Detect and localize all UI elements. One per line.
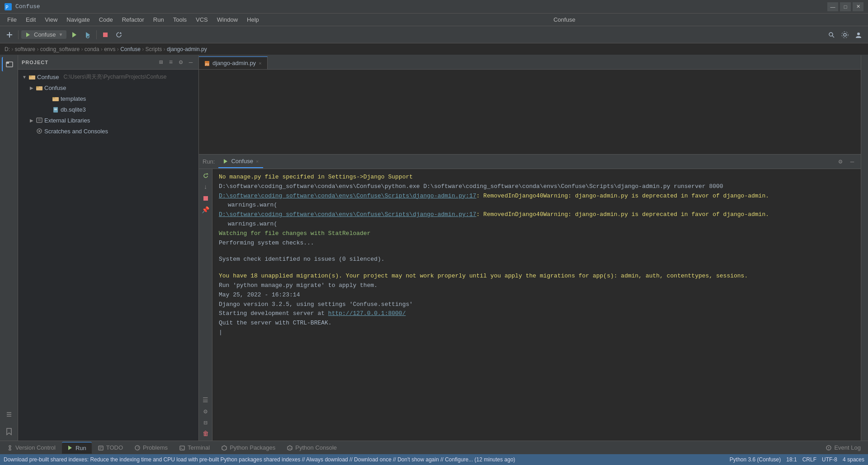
rerun-button[interactable] bbox=[113, 29, 125, 41]
stop-button[interactable] bbox=[99, 29, 111, 41]
tree-arrow-root: ▼ bbox=[22, 74, 27, 80]
output-link-1[interactable]: D:\software\coding_software\conda\envs\C… bbox=[219, 193, 476, 199]
tree-folder-confuse[interactable]: ▶ Confuse bbox=[18, 82, 198, 93]
run-trash-btn[interactable]: 🗑 bbox=[201, 429, 211, 439]
toolbar-add-config-btn[interactable] bbox=[4, 29, 15, 41]
run-tab-icon2 bbox=[67, 445, 73, 451]
run-tab-confuse[interactable]: Confuse × bbox=[218, 155, 263, 168]
run-config-dropdown[interactable]: Confuse ▼ bbox=[21, 30, 66, 39]
tree-external-libs[interactable]: ▶ External Libraries bbox=[18, 115, 198, 126]
sidebar-settings-btn[interactable]: ⚙ bbox=[177, 58, 185, 66]
minimize-button[interactable]: — bbox=[827, 2, 838, 11]
structure-tool-btn[interactable] bbox=[2, 407, 16, 422]
output-line-15: Quit the server with CTRL-BREAK. bbox=[219, 319, 854, 328]
tab-terminal[interactable]: Terminal bbox=[174, 442, 215, 454]
run-filter-btn[interactable]: ☰ bbox=[201, 395, 211, 405]
status-encoding[interactable]: UTF-8 bbox=[822, 456, 837, 463]
status-position[interactable]: 18:1 bbox=[786, 456, 797, 463]
app-icon: P bbox=[5, 3, 12, 10]
menu-window[interactable]: Window bbox=[213, 15, 241, 24]
run-config-icon bbox=[25, 32, 31, 38]
editor-tab-active[interactable]: py django-admin.py × bbox=[199, 56, 268, 69]
output-server-link[interactable]: http://127.0.0.1:8000/ bbox=[328, 310, 406, 317]
menu-file[interactable]: File bbox=[4, 15, 20, 24]
tab-python-console[interactable]: py Python Console bbox=[282, 442, 342, 454]
tree-file-db[interactable]: db.sqlite3 bbox=[18, 104, 198, 115]
menu-edit[interactable]: Edit bbox=[22, 15, 39, 24]
output-link-2[interactable]: D:\software\coding_software\conda\envs\C… bbox=[219, 211, 476, 218]
menu-help[interactable]: Help bbox=[243, 15, 263, 24]
output-line-1: No manage.py file specified in Settings-… bbox=[219, 173, 854, 182]
tab-todo[interactable]: TODO bbox=[93, 442, 128, 454]
breadcrumb-path: D: › software › coding_software › conda … bbox=[5, 46, 207, 52]
title-bar-left: P Confuse bbox=[5, 3, 40, 10]
run-hide-btn[interactable]: — bbox=[847, 157, 857, 167]
project-tool-btn[interactable] bbox=[2, 57, 16, 71]
menu-navigate[interactable]: Navigate bbox=[63, 15, 93, 24]
sidebar-header: Project ⊞ ≡ ⚙ — bbox=[18, 55, 198, 70]
output-line-14: Starting development server at http://12… bbox=[219, 309, 854, 319]
tab-run[interactable]: Run bbox=[62, 442, 92, 454]
tree-root-confuse[interactable]: ▼ Confuse C:\Users\周天亮\PycharmProjects\C… bbox=[18, 71, 198, 82]
content-area: Project ⊞ ≡ ⚙ — ▼ Confuse bbox=[0, 55, 868, 441]
close-button[interactable]: ✕ bbox=[853, 2, 863, 11]
tab-version-control[interactable]: Version Control bbox=[2, 442, 61, 454]
run-output[interactable]: No manage.py file specified in Settings-… bbox=[212, 169, 861, 441]
menu-view[interactable]: View bbox=[41, 15, 61, 24]
run-scroll-down-btn[interactable]: ↓ bbox=[201, 182, 211, 192]
run-cog-btn[interactable]: ⚙ bbox=[201, 406, 211, 416]
tab-problems-label: Problems bbox=[143, 444, 168, 451]
sidebar-title: Project bbox=[22, 60, 48, 65]
run-settings-btn[interactable]: ⚙ bbox=[835, 157, 845, 167]
user-btn[interactable] bbox=[853, 29, 864, 41]
sidebar-scroll-btn[interactable]: ⊞ bbox=[157, 58, 165, 66]
output-line-10: You have 18 unapplied migration(s). Your… bbox=[219, 272, 854, 281]
run-layout-btn[interactable]: ⊟ bbox=[201, 418, 211, 427]
status-linesep[interactable]: CRLF bbox=[802, 456, 816, 463]
run-button[interactable] bbox=[68, 29, 80, 41]
run-tab-close[interactable]: × bbox=[256, 159, 259, 164]
tab-event-log[interactable]: Event Log bbox=[821, 442, 866, 454]
menu-refactor[interactable]: Refactor bbox=[118, 15, 148, 24]
stop-icon bbox=[102, 31, 109, 38]
editor-tabs-bar: py django-admin.py × bbox=[199, 55, 861, 70]
editor-content[interactable] bbox=[199, 70, 861, 154]
sidebar-hide-btn[interactable]: — bbox=[187, 58, 195, 66]
tree-scratches[interactable]: Scratches and Consoles bbox=[18, 126, 198, 136]
maximize-button[interactable]: □ bbox=[840, 2, 851, 11]
menu-run[interactable]: Run bbox=[150, 15, 168, 24]
svg-point-40 bbox=[9, 446, 11, 447]
tree-folder-templates-label: templates bbox=[61, 95, 86, 102]
py-file-icon: py bbox=[204, 61, 210, 66]
svg-rect-22 bbox=[29, 75, 32, 77]
output-line-7: Watching for file changes with StatReloa… bbox=[219, 229, 854, 239]
debug-button[interactable] bbox=[82, 29, 94, 41]
status-indent[interactable]: 4 spaces bbox=[843, 456, 864, 463]
bottom-tabs-bar: Version Control Run TODO ! Problems bbox=[0, 441, 868, 454]
tab-python-packages[interactable]: Python Packages bbox=[216, 442, 281, 454]
svg-rect-49 bbox=[180, 446, 184, 450]
file-tree: ▼ Confuse C:\Users\周天亮\PycharmProjects\C… bbox=[18, 70, 198, 441]
run-tab-icon bbox=[223, 159, 228, 164]
menu-tools[interactable]: Tools bbox=[170, 15, 190, 24]
run-stop-btn[interactable] bbox=[201, 193, 211, 203]
svg-rect-24 bbox=[36, 86, 39, 88]
settings-btn[interactable] bbox=[839, 29, 851, 41]
tree-scratches-label: Scratches and Consoles bbox=[44, 128, 108, 135]
run-pin-btn[interactable]: 📌 bbox=[201, 205, 211, 215]
menu-code[interactable]: Code bbox=[95, 15, 117, 24]
activity-bar bbox=[0, 55, 18, 441]
sidebar-collapse-btn[interactable]: ≡ bbox=[167, 58, 175, 66]
search-everywhere-btn[interactable] bbox=[826, 29, 837, 41]
editor-tab-close[interactable]: × bbox=[259, 61, 261, 66]
tab-problems[interactable]: ! Problems bbox=[129, 442, 173, 454]
terminal-icon bbox=[179, 445, 185, 451]
bookmarks-tool-btn[interactable] bbox=[2, 424, 16, 439]
run-rerun-btn[interactable] bbox=[201, 171, 211, 181]
tree-folder-templates[interactable]: templates bbox=[18, 93, 198, 104]
output-line-2: D:\software\coding_software\conda\envs\C… bbox=[219, 182, 854, 192]
status-python-version[interactable]: Python 3.6 (Confuse) bbox=[730, 456, 781, 463]
menu-vcs[interactable]: VCS bbox=[192, 15, 212, 24]
db-file-icon bbox=[52, 106, 59, 113]
svg-marker-9 bbox=[119, 32, 122, 34]
